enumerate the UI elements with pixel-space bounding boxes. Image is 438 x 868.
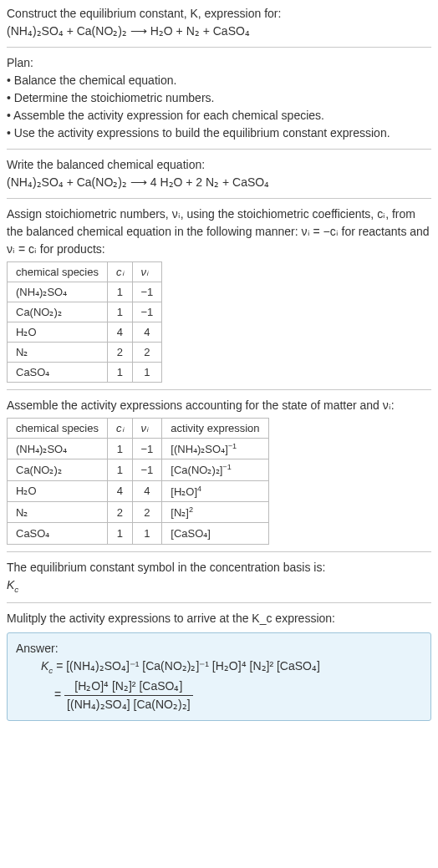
header-ci: cᵢ — [108, 419, 133, 439]
cell-species: (NH₄)₂SO₄ — [8, 282, 108, 302]
kc-sub: c — [14, 584, 18, 593]
activity-base: [(NH₄)₂SO₄] — [171, 443, 227, 455]
table-row: (NH₄)₂SO₄ 1 −1 — [8, 282, 162, 302]
separator — [7, 149, 431, 150]
activity-exp: −1 — [228, 442, 237, 450]
multiply-text: Mulitply the activity expressions to arr… — [7, 610, 431, 627]
balanced-equation: (NH₄)₂SO₄ + Ca(NO₂)₂ ⟶ 4 H₂O + 2 N₂ + Ca… — [7, 174, 431, 191]
eqconst-symbol: Kc — [7, 576, 431, 596]
cell-vi: 1 — [132, 363, 162, 383]
table-row: H₂O 4 4 [H₂O]4 — [8, 480, 269, 501]
cell-ci: 1 — [108, 439, 133, 459]
header-vi: νᵢ — [132, 262, 162, 282]
header-ci-text: cᵢ — [116, 266, 124, 278]
answer-fraction: [H₂O]⁴ [N₂]² [CaSO₄] [(NH₄)₂SO₄] [Ca(NO₂… — [64, 678, 192, 713]
plan-bullet-2: • Determine the stoichiometric numbers. — [7, 89, 431, 107]
answer-label: Answer: — [16, 640, 422, 657]
cell-vi: 2 — [132, 343, 162, 363]
plan-bullet-3: • Assemble the activity expression for e… — [7, 107, 431, 124]
answer-eqsign: = — [54, 688, 64, 701]
activity-exp: 2 — [189, 505, 193, 514]
answer-box: Answer: Kc = [(NH₄)₂SO₄]⁻¹ [Ca(NO₂)₂]⁻¹ … — [7, 632, 431, 720]
separator — [7, 198, 431, 199]
cell-ci: 2 — [108, 501, 133, 522]
separator — [7, 551, 431, 552]
unbalanced-eq-text: (NH₄)₂SO₄ + Ca(NO₂)₂ ⟶ H₂O + N₂ + CaSO₄ — [7, 24, 250, 38]
fraction-numerator: [H₂O]⁴ [N₂]² [CaSO₄] — [64, 678, 192, 696]
table-row: N₂ 2 2 — [8, 343, 162, 363]
cell-ci: 1 — [108, 459, 133, 480]
cell-activity: [Ca(NO₂)₂]−1 — [162, 459, 268, 480]
header-species: chemical species — [8, 419, 108, 439]
table-row: (NH₄)₂SO₄ 1 −1 [(NH₄)₂SO₄]−1 — [8, 439, 269, 459]
activity-table: chemical species cᵢ νᵢ activity expressi… — [7, 418, 269, 545]
answer-line2: = [H₂O]⁴ [N₂]² [CaSO₄] [(NH₄)₂SO₄] [Ca(N… — [54, 678, 422, 713]
cell-vi: −1 — [132, 302, 162, 322]
balanced-heading: Write the balanced chemical equation: — [7, 156, 431, 174]
table-row: H₂O 4 4 — [8, 322, 162, 343]
cell-vi: 4 — [132, 322, 162, 343]
kc-lhs-sub: c — [48, 666, 53, 675]
table-header-row: chemical species cᵢ νᵢ — [8, 262, 162, 282]
cell-vi: −1 — [132, 439, 162, 459]
cell-activity: [H₂O]4 — [162, 480, 268, 501]
cell-species: CaSO₄ — [8, 363, 108, 383]
cell-activity: [CaSO₄] — [162, 523, 268, 544]
table-row: CaSO₄ 1 1 — [8, 363, 162, 383]
table-row: CaSO₄ 1 1 [CaSO₄] — [8, 523, 269, 544]
header-species: chemical species — [8, 262, 108, 282]
cell-species: N₂ — [8, 343, 108, 363]
header-vi-text: νᵢ — [141, 266, 149, 278]
plan-heading: Plan: — [7, 54, 431, 72]
cell-activity: [N₂]2 — [162, 501, 268, 522]
separator — [7, 602, 431, 603]
activity-base: [N₂] — [171, 506, 189, 519]
cell-species: N₂ — [8, 501, 108, 522]
plan-bullet-4: • Use the activity expressions to build … — [7, 124, 431, 142]
fraction-denominator: [(NH₄)₂SO₄] [Ca(NO₂)₂] — [64, 696, 192, 713]
kc-symbol: K — [7, 578, 14, 591]
header-ci: cᵢ — [108, 262, 133, 282]
stoich-table: chemical species cᵢ νᵢ (NH₄)₂SO₄ 1 −1 Ca… — [7, 261, 162, 383]
header-activity: activity expression — [162, 419, 268, 439]
table-row: Ca(NO₂)₂ 1 −1 [Ca(NO₂)₂]−1 — [8, 459, 269, 480]
intro-text: Construct the equilibrium constant, K, e… — [7, 7, 281, 20]
cell-ci: 1 — [108, 523, 133, 544]
table-row: N₂ 2 2 [N₂]2 — [8, 501, 269, 522]
intro-line1: Construct the equilibrium constant, K, e… — [7, 5, 431, 23]
cell-species: Ca(NO₂)₂ — [8, 302, 108, 322]
cell-species: H₂O — [8, 480, 108, 501]
cell-vi: 2 — [132, 501, 162, 522]
cell-activity: [(NH₄)₂SO₄]−1 — [162, 439, 268, 459]
cell-vi: −1 — [132, 282, 162, 302]
cell-species: (NH₄)₂SO₄ — [8, 439, 108, 459]
cell-vi: 1 — [132, 523, 162, 544]
cell-vi: −1 — [132, 459, 162, 480]
cell-species: CaSO₄ — [8, 523, 108, 544]
cell-species: Ca(NO₂)₂ — [8, 459, 108, 480]
header-vi: νᵢ — [132, 419, 162, 439]
unbalanced-equation: (NH₄)₂SO₄ + Ca(NO₂)₂ ⟶ H₂O + N₂ + CaSO₄ — [7, 23, 431, 40]
cell-ci: 4 — [108, 480, 133, 501]
activity-base: [H₂O] — [171, 485, 197, 498]
answer-product: [(NH₄)₂SO₄]⁻¹ [Ca(NO₂)₂]⁻¹ [H₂O]⁴ [N₂]² … — [66, 659, 320, 673]
kc-lhs: K — [41, 659, 48, 673]
cell-ci: 2 — [108, 343, 133, 363]
table-row: Ca(NO₂)₂ 1 −1 — [8, 302, 162, 322]
answer-line1: Kc = [(NH₄)₂SO₄]⁻¹ [Ca(NO₂)₂]⁻¹ [H₂O]⁴ [… — [41, 657, 422, 677]
activity-base: [CaSO₄] — [171, 528, 211, 541]
cell-ci: 4 — [108, 322, 133, 343]
activity-base: [Ca(NO₂)₂] — [171, 464, 222, 477]
cell-vi: 4 — [132, 480, 162, 501]
cell-species: H₂O — [8, 322, 108, 343]
table-header-row: chemical species cᵢ νᵢ activity expressi… — [8, 419, 269, 439]
activity-exp: −1 — [222, 463, 231, 471]
cell-ci: 1 — [108, 282, 133, 302]
equals: = — [56, 659, 66, 673]
cell-ci: 1 — [108, 302, 133, 322]
separator — [7, 389, 431, 390]
plan-bullet-1: • Balance the chemical equation. — [7, 72, 431, 89]
assign-text: Assign stoichiometric numbers, νᵢ, using… — [7, 206, 431, 258]
header-vi-text: νᵢ — [141, 422, 149, 434]
assemble-text: Assemble the activity expressions accoun… — [7, 397, 431, 414]
